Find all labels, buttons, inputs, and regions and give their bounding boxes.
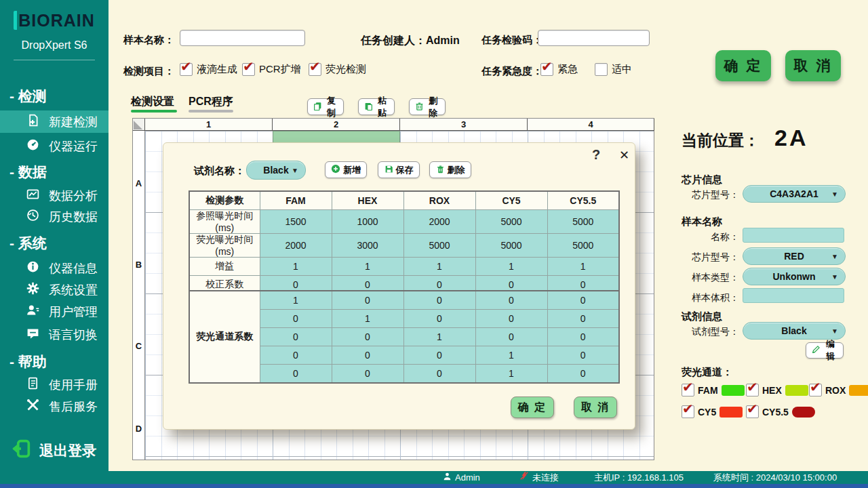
grid-column-header[interactable]: 4 [528, 119, 654, 131]
param-cell[interactable]: 5000 [475, 210, 547, 234]
reagent-model-dropdown[interactable]: Black ▼ [743, 322, 846, 340]
matrix-cell[interactable]: 0 [547, 310, 619, 328]
grid-column-header[interactable]: 2 [273, 119, 400, 131]
param-cell[interactable]: 2000 [403, 210, 475, 234]
matrix-cell[interactable]: 1 [403, 328, 475, 346]
param-cell[interactable]: 1 [475, 258, 547, 276]
checkbox[interactable]: ✔ [682, 384, 694, 396]
param-cell[interactable]: 3000 [332, 234, 403, 258]
grid-column-header[interactable]: 1 [145, 119, 273, 131]
matrix-cell[interactable]: 0 [260, 346, 332, 365]
sidebar-item-user-manual[interactable]: 使用手册 [0, 373, 108, 396]
sidebar-item-system-settings[interactable]: 系统设置 [0, 279, 108, 301]
checkbox[interactable]: ✔ [682, 405, 694, 418]
sidebar-item-history-data[interactable]: 历史数据 [0, 205, 108, 228]
checkbox[interactable]: ✔ [746, 405, 759, 418]
confirm-button[interactable]: 确 定 [715, 50, 771, 81]
cancel-button[interactable]: 取 消 [785, 50, 841, 81]
sidebar-item-after-sales[interactable]: 售后服务 [0, 395, 108, 418]
param-cell[interactable]: 1000 [332, 210, 403, 234]
sidebar-item-data-analysis[interactable]: 数据分析 [0, 184, 108, 207]
param-cell[interactable]: 5000 [475, 234, 547, 258]
sidebar-item-instrument-info[interactable]: 仪器信息 [0, 257, 108, 279]
sample-type-dropdown[interactable]: Unkonwn ▼ [743, 268, 846, 285]
grid-row-header[interactable]: A [133, 178, 144, 188]
checkbox-fluorescence-detection[interactable]: ✔ 荧光检测 [309, 63, 366, 76]
checkbox-droplet-generation[interactable]: ✔ 液滴生成 [180, 63, 237, 76]
name-input[interactable] [743, 228, 844, 243]
tab-detection-settings[interactable]: 检测设置 [131, 95, 177, 109]
matrix-cell[interactable]: 0 [403, 310, 475, 328]
grid-row-header[interactable]: C [133, 341, 144, 351]
channel-rox[interactable]: ✔ ROX [809, 384, 868, 396]
sidebar-item-new-detection[interactable]: 新建检测 [0, 110, 108, 133]
paste-button[interactable]: 粘贴 [358, 98, 395, 115]
param-cell[interactable]: 1 [547, 258, 619, 276]
save-reagent-button[interactable]: 保存 [378, 161, 420, 178]
channel-fam[interactable]: ✔ FAM [682, 384, 745, 396]
checkbox[interactable]: ✔ [809, 384, 822, 396]
checkbox-moderate[interactable]: 适中 [595, 63, 632, 76]
delete-reagent-button[interactable]: 删除 [429, 161, 471, 178]
matrix-cell[interactable]: 0 [332, 365, 403, 384]
checkbox[interactable]: ✔ [540, 63, 553, 76]
matrix-cell[interactable]: 0 [475, 328, 547, 346]
close-icon[interactable]: ✕ [619, 148, 629, 163]
sidebar-item-instrument-run[interactable]: 仪器运行 [0, 135, 108, 157]
matrix-cell[interactable]: 0 [260, 310, 332, 328]
dialog-cancel-button[interactable]: 取 消 [574, 396, 617, 418]
grid-column-header[interactable]: 3 [400, 119, 528, 131]
param-cell[interactable]: 5000 [547, 234, 619, 258]
channel-hex[interactable]: ✔ HEX [746, 384, 808, 396]
matrix-cell[interactable]: 0 [475, 310, 547, 328]
logout-button[interactable]: 退出登录 [9, 437, 96, 464]
add-reagent-button[interactable]: 新增 [325, 161, 367, 178]
matrix-cell[interactable]: 1 [475, 365, 547, 384]
matrix-cell[interactable]: 0 [547, 365, 619, 384]
grid-row-header[interactable]: D [133, 424, 144, 434]
reagent-name-dropdown[interactable]: Black ▼ [246, 161, 306, 180]
chip-model-dropdown[interactable]: C4A3A2A1 ▼ [743, 185, 846, 203]
checkbox-pcr-amplification[interactable]: ✔ PCR扩增 [242, 63, 301, 76]
channel-cy5[interactable]: ✔ CY5 [682, 405, 743, 418]
checkbox[interactable]: ✔ [746, 384, 759, 396]
sidebar-item-user-management[interactable]: 用户管理 [0, 300, 108, 323]
delete-button[interactable]: 删除 [409, 98, 446, 115]
matrix-cell[interactable]: 0 [547, 328, 619, 346]
copy-button[interactable]: 复制 [307, 98, 344, 115]
param-cell[interactable]: 1 [260, 258, 332, 276]
param-cell[interactable]: 1 [332, 258, 403, 276]
dialog-confirm-button[interactable]: 确 定 [511, 396, 554, 418]
task-code-input[interactable] [538, 30, 650, 46]
matrix-cell[interactable]: 0 [403, 291, 475, 310]
checkbox[interactable]: ✔ [242, 63, 255, 76]
chip-model2-dropdown[interactable]: RED ▼ [743, 247, 846, 265]
help-icon[interactable]: ? [592, 147, 600, 163]
param-cell[interactable]: 2000 [260, 234, 332, 258]
matrix-cell[interactable]: 0 [332, 346, 403, 365]
sample-name-input[interactable] [180, 30, 305, 46]
matrix-cell[interactable]: 1 [260, 291, 332, 310]
matrix-cell[interactable]: 1 [475, 346, 547, 365]
tab-pcr-program[interactable]: PCR程序 [189, 95, 233, 109]
matrix-cell[interactable]: 0 [547, 291, 619, 310]
channel-cy55[interactable]: ✔ CY5.5 [746, 405, 815, 418]
matrix-cell[interactable]: 0 [332, 328, 403, 346]
param-cell[interactable]: 1500 [260, 210, 332, 234]
checkbox[interactable]: ✔ [180, 63, 193, 76]
checkbox[interactable]: ✔ [309, 63, 321, 76]
param-cell[interactable]: 5000 [403, 234, 475, 258]
matrix-cell[interactable]: 1 [332, 310, 403, 328]
edit-button[interactable]: 编辑 [806, 342, 844, 359]
matrix-cell[interactable]: 0 [332, 291, 403, 310]
matrix-cell[interactable]: 0 [547, 346, 619, 365]
sidebar-item-language-switch[interactable]: 语言切换 [0, 323, 108, 346]
checkbox-urgent[interactable]: ✔ 紧急 [540, 63, 578, 76]
grid-row-header[interactable]: B [133, 260, 144, 270]
matrix-cell[interactable]: 0 [403, 346, 475, 365]
param-cell[interactable]: 1 [403, 258, 475, 276]
checkbox[interactable] [595, 63, 608, 76]
matrix-cell[interactable]: 0 [260, 365, 332, 384]
matrix-cell[interactable]: 0 [260, 328, 332, 346]
sample-volume-input[interactable] [743, 288, 844, 303]
